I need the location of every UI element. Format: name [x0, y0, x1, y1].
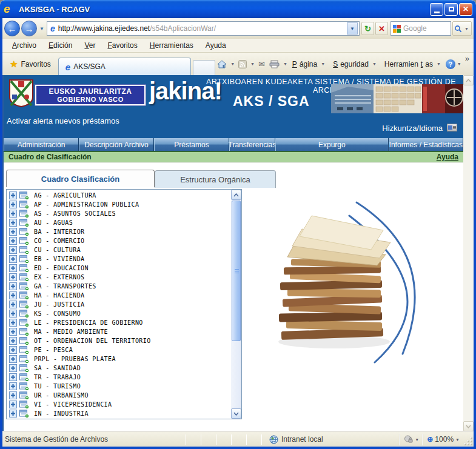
- expand-icon[interactable]: [9, 391, 17, 399]
- zoom-panel[interactable]: ⊕ 100% ▼: [423, 434, 463, 445]
- search-button[interactable]: ▼: [452, 21, 472, 36]
- menu-item[interactable]: Archivo: [6, 40, 42, 51]
- tree-item-label[interactable]: JU - JUSTICIA: [34, 301, 84, 308]
- favorites-button[interactable]: ★ Favoritos: [5, 56, 56, 72]
- tree-item-label[interactable]: HA - HACIENDA: [34, 292, 84, 299]
- tree-item-label[interactable]: MA - MEDIO AMBIENTE: [34, 328, 108, 335]
- browser-scrollbar[interactable]: [463, 75, 474, 431]
- add-node-icon[interactable]: [19, 355, 29, 363]
- new-tab-stub[interactable]: [193, 60, 215, 75]
- expand-icon[interactable]: [9, 301, 17, 308]
- tab-estructura-organica[interactable]: Estructura Orgánica: [155, 170, 276, 188]
- tree-item-label[interactable]: SA - SANIDAD: [34, 365, 81, 371]
- tree-item-label[interactable]: ED - EDUCACION: [34, 265, 89, 271]
- printer-icon[interactable]: [267, 57, 281, 72]
- add-node-icon[interactable]: [19, 310, 29, 318]
- add-node-icon[interactable]: [19, 410, 29, 417]
- expand-icon[interactable]: [9, 410, 17, 417]
- tree-item-label[interactable]: CU - CULTURA: [34, 247, 81, 253]
- nav-button[interactable]: Informes / Estadísticas: [389, 138, 463, 151]
- expand-icon[interactable]: [9, 191, 17, 199]
- help-icon[interactable]: ?: [446, 59, 455, 69]
- toolbar-overflow-icon[interactable]: »: [463, 54, 471, 63]
- expand-icon[interactable]: [9, 346, 17, 354]
- expand-icon[interactable]: [9, 373, 17, 381]
- menu-item[interactable]: Edición: [42, 40, 78, 51]
- page-menu-button[interactable]: Página ▼: [289, 60, 329, 68]
- language-link[interactable]: Hizkuntza/Idioma: [382, 124, 443, 133]
- nav-button[interactable]: Expurgo: [275, 138, 389, 151]
- help-link[interactable]: Ayuda: [437, 153, 458, 161]
- tree-item-label[interactable]: AP - ADMINISTRACION PUBLICA: [34, 201, 139, 208]
- address-dropdown-button[interactable]: ▼: [347, 22, 358, 35]
- add-node-icon[interactable]: [19, 246, 29, 254]
- expand-icon[interactable]: [9, 364, 17, 372]
- protected-mode-panel[interactable]: ▼: [400, 434, 423, 445]
- back-button[interactable]: ←: [4, 21, 20, 36]
- add-node-icon[interactable]: [19, 319, 29, 327]
- expand-icon[interactable]: [9, 319, 17, 327]
- nav-button[interactable]: Préstamos: [154, 138, 229, 151]
- title-bar[interactable]: e AKS/SGA - RCAGV ✕: [0, 0, 476, 18]
- tree-scrollbar[interactable]: [231, 190, 241, 419]
- add-node-icon[interactable]: [19, 201, 29, 208]
- security-menu-button[interactable]: Seguridad ▼: [330, 60, 381, 68]
- tree-item-label[interactable]: EB - VIVIENDA: [34, 256, 84, 262]
- rss-dropdown-icon[interactable]: ▼: [249, 62, 256, 66]
- expand-icon[interactable]: [9, 291, 17, 299]
- address-bar[interactable]: e http://www.jakina.ejiedes.net /s54bApl…: [47, 21, 360, 36]
- stop-button[interactable]: ✕: [375, 22, 388, 35]
- tree-item-label[interactable]: TR - TRABAJO: [34, 374, 81, 381]
- menu-item[interactable]: Favoritos: [101, 40, 143, 51]
- expand-icon[interactable]: [9, 355, 17, 363]
- mail-icon[interactable]: ✉: [256, 57, 267, 72]
- tree-item-label[interactable]: AU - AGUAS: [34, 219, 73, 226]
- tree-item-label[interactable]: VI - VICEPRESIDENCIA: [34, 401, 112, 408]
- add-node-icon[interactable]: [19, 391, 29, 399]
- tree-item-label[interactable]: KS - CONSUMO: [34, 310, 81, 317]
- home-dropdown-icon[interactable]: ▼: [229, 62, 236, 66]
- expand-icon[interactable]: [9, 382, 17, 390]
- nav-button[interactable]: Administración: [4, 138, 79, 151]
- add-node-icon[interactable]: [19, 228, 29, 236]
- add-node-icon[interactable]: [19, 373, 29, 381]
- tab-cuadro-clasificacion[interactable]: Cuadro Clasificación: [6, 170, 155, 187]
- help-dropdown-icon[interactable]: ▼: [456, 62, 463, 66]
- printer-dropdown-icon[interactable]: ▼: [282, 62, 289, 66]
- expand-icon[interactable]: [9, 273, 17, 281]
- refresh-button[interactable]: ↻: [361, 22, 374, 35]
- expand-icon[interactable]: [9, 237, 17, 245]
- browser-scroll-up-button[interactable]: [463, 75, 474, 85]
- add-node-icon[interactable]: [19, 282, 29, 290]
- add-node-icon[interactable]: [19, 264, 29, 272]
- add-node-icon[interactable]: [19, 401, 29, 408]
- add-node-icon[interactable]: [19, 346, 29, 354]
- tree-item-label[interactable]: OT - ORDENACION DEL TERRITORIO: [34, 338, 151, 344]
- tree-item-label[interactable]: UR - URBANISMO: [34, 392, 89, 399]
- add-node-icon[interactable]: [19, 255, 29, 263]
- expand-icon[interactable]: [9, 337, 17, 345]
- nav-button[interactable]: Transferencias: [229, 138, 275, 151]
- expand-icon[interactable]: [9, 282, 17, 290]
- tree-item-label[interactable]: EX - EXTERNOS: [34, 274, 84, 281]
- browser-tab[interactable]: e AKS/SGA: [58, 58, 191, 75]
- tree-scroll-up-button[interactable]: [231, 190, 241, 200]
- add-node-icon[interactable]: [19, 364, 29, 372]
- tree-item-label[interactable]: AG - AGRICULTURA: [34, 192, 96, 199]
- add-node-icon[interactable]: [19, 291, 29, 299]
- menu-item[interactable]: Herramientas: [144, 40, 199, 51]
- resize-grip[interactable]: [464, 437, 472, 445]
- menu-item[interactable]: Ver: [78, 40, 101, 51]
- search-dropdown-icon[interactable]: ▼: [463, 27, 470, 31]
- add-node-icon[interactable]: [19, 328, 29, 336]
- forward-button[interactable]: →: [21, 21, 37, 36]
- language-icon[interactable]: [447, 124, 457, 131]
- tree-item-label[interactable]: TU - TURISMO: [34, 383, 81, 390]
- add-node-icon[interactable]: [19, 337, 29, 345]
- tree-item-label[interactable]: IN - INDUSTRIA: [34, 410, 89, 417]
- expand-icon[interactable]: [9, 246, 17, 254]
- expand-icon[interactable]: [9, 328, 17, 336]
- add-node-icon[interactable]: [19, 382, 29, 390]
- rss-icon[interactable]: [236, 57, 249, 72]
- tree-scroll-down-button[interactable]: [231, 408, 241, 419]
